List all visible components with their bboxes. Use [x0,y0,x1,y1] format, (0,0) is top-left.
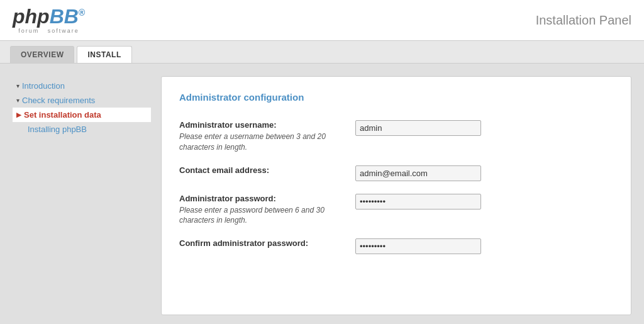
header: phpBB® forum software Installation Panel [0,0,644,41]
arrow-right-icon: ▶ [16,111,21,118]
label-col-email: Contact email address: [179,165,355,175]
form-row-username: Administrator username: Please enter a u… [179,120,613,153]
field-hint-username: Please enter a username between 3 and 20… [179,131,345,153]
form-row-password: Administrator password: Please enter a p… [179,194,613,226]
logo-bb: BB® [50,5,86,28]
logo-forum: forum [18,28,39,34]
email-input[interactable] [355,165,481,181]
password-input[interactable] [355,194,481,209]
field-label-username: Administrator username: [179,120,345,130]
confirm-password-input[interactable] [355,238,481,254]
sidebar-item-set-installation-data[interactable]: ▶ Set installation data [13,108,151,122]
logo-subtitle: forum software [18,28,79,34]
arrow-down-icon-2: ▾ [16,97,19,104]
username-input[interactable] [355,120,481,136]
input-col-email [355,165,613,181]
main-container: ▾ Introduction ▾ Check requirements ▶ Se… [0,64,644,324]
field-label-confirm-password: Confirm administrator password: [179,238,345,248]
logo-registered: ® [79,8,85,18]
field-hint-password: Please enter a password between 6 and 30… [179,205,345,226]
sidebar-label-set-installation-data: Set installation data [24,110,101,120]
page-title: Installation Panel [536,13,631,28]
label-col-username: Administrator username: Please enter a u… [179,120,355,153]
logo-text: phpBB® [13,6,85,26]
field-label-password: Administrator password: [179,194,345,203]
field-label-email: Contact email address: [179,165,345,175]
tab-overview[interactable]: OVERVIEW [10,46,74,63]
section-title: Administrator configuration [179,92,613,108]
input-col-password [355,194,613,209]
arrow-down-icon: ▾ [16,82,19,89]
logo-software: software [48,28,79,34]
sidebar-link-check-requirements[interactable]: Check requirements [22,96,95,105]
sidebar-item-introduction[interactable]: ▾ Introduction [13,79,151,93]
label-col-confirm-password: Confirm administrator password: [179,238,355,248]
logo: phpBB® forum software [13,6,85,34]
input-col-username [355,120,613,136]
sidebar: ▾ Introduction ▾ Check requirements ▶ Se… [13,76,151,315]
content-panel: Administrator configuration Administrato… [161,76,631,315]
tab-install[interactable]: INSTALL [77,46,131,63]
logo-php: php [13,5,50,28]
tabs-bar: OVERVIEW INSTALL [0,41,644,64]
sidebar-item-check-requirements[interactable]: ▾ Check requirements [13,93,151,108]
form-row-email: Contact email address: [179,165,613,181]
form-row-confirm-password: Confirm administrator password: [179,238,613,254]
sidebar-link-installing-phpbb[interactable]: Installing phpBB [28,125,87,134]
input-col-confirm-password [355,238,613,254]
label-col-password: Administrator password: Please enter a p… [179,194,355,226]
sidebar-item-installing-phpbb[interactable]: Installing phpBB [13,122,151,137]
sidebar-link-introduction[interactable]: Introduction [22,81,65,91]
